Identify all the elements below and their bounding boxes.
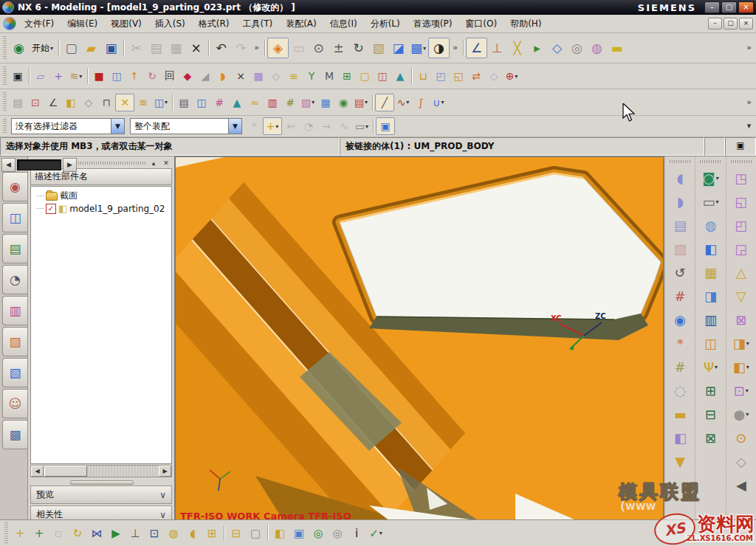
stack-icon[interactable]: ≡ [285,68,303,84]
rotate-view-icon[interactable]: ↻ [348,38,368,58]
boolean-subtract-icon[interactable]: ⊟ [698,403,722,425]
suction-tool-icon[interactable]: Ψ▾ [698,356,722,378]
tree-item-2[interactable]: ✓◧model1_9_parting_02 [31,203,171,215]
copy-icon[interactable]: ▤ [146,38,166,58]
chevron-down-icon[interactable]: ▾ [365,99,368,106]
toolbar-drag-handle[interactable] [700,160,721,163]
toolbar-drag-handle[interactable] [731,160,752,163]
menu-item-11[interactable]: 窗口(O) [458,15,504,32]
tab-part-navigator[interactable]: ◫ [2,203,27,232]
chevron-down-icon[interactable]: ▾ [441,99,444,106]
spring-tool-icon[interactable]: ≋ [134,94,152,111]
pan-view-icon[interactable]: ▧ [368,38,388,58]
move-component-icon[interactable]: ↻ [68,524,87,542]
sequence-icon[interactable]: ⊟ [227,524,246,542]
save-file-icon[interactable]: ▣ [101,38,121,58]
menu-item-5[interactable]: 格式(R) [192,15,236,32]
chevron-down-icon[interactable]: ▾ [715,364,718,370]
replace-component-icon[interactable]: ▶ [106,524,126,542]
revolve-icon[interactable]: ↻ [143,68,161,84]
zigzag-icon[interactable]: ≈ [246,94,264,111]
wave-geometry-icon[interactable]: ◧ [270,524,289,542]
linked-body-icon[interactable]: ◫ [374,68,391,84]
tab-palette[interactable]: ▨ [2,327,27,356]
select-history-icon[interactable]: ◔ [300,118,317,134]
menu-item-9[interactable]: 分析(L) [364,15,407,32]
zoom-in-out-icon[interactable]: ± [329,38,348,58]
doc-close-icon[interactable]: × [739,18,753,30]
move-face-icon[interactable]: M [320,68,338,84]
toolbar-drag-handle[interactable] [3,92,7,112]
new-file-icon[interactable]: ▢ [61,38,81,58]
tube-icon[interactable]: ∪▾ [430,94,447,111]
toolbar-drag-handle[interactable] [3,36,7,60]
doc-restore-icon[interactable]: ▢ [724,18,738,30]
instance-icon[interactable]: Y [303,68,320,84]
flash-tool-icon[interactable]: * [668,332,692,354]
sketch-icon[interactable]: ▣ [9,68,27,84]
shelf-block-icon[interactable]: ◨ [698,285,722,307]
visual-check-icon[interactable]: ◉ [334,94,352,111]
pattern-setup-icon[interactable]: ⊡ [27,94,44,111]
move-body-icon[interactable]: ◳ [729,167,753,189]
profile-icon[interactable]: ⊓ [97,94,115,111]
boolean-unite-icon[interactable]: ⊞ [698,379,722,401]
delete-face-icon[interactable]: × [232,68,250,84]
render-style-icon[interactable]: ◑ [428,38,450,58]
blank-sheet-icon[interactable]: ▭▾ [698,190,722,212]
sketch-sheet-icon[interactable]: ▧ [668,238,692,260]
draft-icon[interactable]: ▲ [391,68,409,84]
report-icon[interactable]: ▤▾ [352,94,370,111]
mate-constraint-icon[interactable]: ⋈ [87,524,106,542]
wrench-tool-icon[interactable]: ◖ [183,524,202,542]
model-canvas[interactable]: XC ZC TFR-ISO WORK Camera TFR-ISO [176,157,664,525]
menu-item-7[interactable]: 装配(A) [279,15,323,32]
scroll-thumb[interactable] [44,466,87,477]
snap-add-icon[interactable]: +▾ [263,117,282,135]
clamp-edit-icon[interactable]: ◫ [193,94,210,111]
play-journal-icon[interactable]: ▤ [9,94,27,111]
sheet-body-icon[interactable]: ◗ [214,68,232,84]
redo-icon[interactable]: ↷ [231,38,251,58]
wave-editor-icon[interactable]: ▣ [289,524,309,542]
customize-icon[interactable]: ✕ [115,94,134,111]
chevron-down-icon[interactable]: ▾ [716,175,719,182]
chevron-down-icon[interactable]: ▾ [365,123,368,130]
window-close-icon[interactable]: × [738,1,754,13]
tab-gallery[interactable]: ▩ [2,420,27,449]
datum-csys-icon[interactable]: + [49,68,67,84]
image-capture-icon[interactable]: ▧▾ [299,94,317,111]
panel-close-icon[interactable]: ✕ [162,159,171,167]
selection-filter-combo[interactable]: 没有选择过滤器 ▼ [11,118,125,134]
curve-tools-icon[interactable]: ≋▾ [67,68,85,84]
chevron-down-icon[interactable]: ▾ [312,99,315,106]
sphere-icon[interactable]: ◆ [179,68,196,84]
mesh-surface-icon[interactable]: # [668,285,692,307]
view-overflow-icon[interactable]: » [450,38,461,58]
block-icon[interactable]: ■ [90,68,108,84]
scroll-left-icon[interactable]: ◀ [31,466,44,477]
ribbed-block-icon[interactable]: ▤ [668,214,692,236]
interpart-link-icon[interactable]: ▢ [246,524,265,542]
line-icon[interactable]: ╱ [375,94,394,111]
pick-body-icon[interactable]: ◰ [729,214,753,236]
toolbar-drag-handle[interactable] [3,119,7,134]
cut-icon[interactable]: ✂ [126,38,146,58]
toolbar-drag-handle[interactable] [4,522,8,544]
tree-item-1[interactable]: 截面 [31,189,171,203]
analysis-tree-icon[interactable]: # [210,94,228,111]
nav-address-box[interactable] [17,159,61,170]
remember-constraint-icon[interactable]: ⊡ [145,524,164,542]
toolbar-drag-handle[interactable] [670,160,690,163]
fit-view-icon[interactable]: ◈ [267,38,289,58]
search-body-icon[interactable]: ⊙ [729,426,753,449]
tab-assembly-navigator[interactable]: ◉ [2,172,27,201]
half-block-icon[interactable]: ◧ [668,426,692,449]
mid-point-snap-icon[interactable]: ▸ [527,38,547,58]
menu-item-12[interactable]: 帮助(H) [504,15,548,32]
preview-section[interactable]: 预览 ∨ [30,485,172,504]
spline-icon[interactable]: ∿▾ [394,94,412,111]
window-restore-icon[interactable]: ▢ [721,1,737,13]
split-block-icon[interactable]: ◫ [698,332,722,354]
info-tag-icon[interactable]: i [347,524,366,542]
